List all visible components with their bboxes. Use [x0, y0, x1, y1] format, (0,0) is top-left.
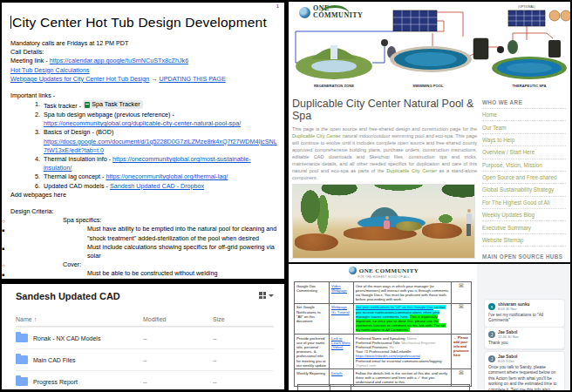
svg-text:(OPTIONAL): (OPTIONAL) — [518, 5, 535, 9]
table-row: Google Doc Commenting VideoWebpage One o… — [295, 282, 472, 304]
meeting-link-line: Meeting link - https://calendar.app.goog… — [10, 57, 277, 65]
sidebar-item-ways-to-help[interactable]: Ways to Help — [482, 134, 566, 146]
list-item: 6. Updated CAD models - Sandesh Updated … — [30, 182, 277, 191]
table-row[interactable]: Ronak - NX CAD Models ---- — [16, 327, 274, 348]
who-we-are-heading: WHO WE ARE — [482, 96, 566, 109]
avatar: J — [488, 331, 495, 338]
list-item: 3. Basics of Design - (BOD)https://docs.… — [30, 128, 277, 155]
criteria-item: Must have ability to be emptied into the… — [10, 225, 277, 242]
learn-more-link[interactable]: Link to Learn More (Video) — [331, 336, 350, 349]
add-webpages-line: Add webpages here — [10, 191, 277, 199]
sidebar-item-sitemap[interactable]: Website Sitemap — [482, 234, 566, 247]
criteria-item: Must include calculations showing specif… — [10, 243, 277, 260]
please-add-note: ← Please add your info and pronouns here — [452, 335, 472, 369]
google-sheets-icon — [85, 102, 90, 108]
palm-plant — [434, 207, 457, 226]
comment-card[interactable]: J Jae Sabol8:09 3 Dec Once you talk to S… — [484, 351, 565, 390]
svg-text:THERAPEUTIC SPA: THERAPEUTIC SPA — [512, 84, 546, 88]
design-criteria-label: Design Criteria: — [10, 207, 277, 216]
globe-icon — [349, 267, 357, 274]
sandesh-dropbox-link[interactable]: Sandesh Updated CAD - Dropbox — [110, 182, 204, 190]
important-links-label: Important links - — [10, 91, 277, 100]
rock — [295, 233, 338, 251]
pool-spa-webpage-link[interactable]: https://onecommunityglobal.org/duplicabl… — [44, 119, 277, 128]
doc-title: City Center Hot Tub Design Development — [10, 15, 277, 30]
table-row: Set Google Notifications to "All" on thi… — [295, 303, 472, 334]
notifications-link[interactable]: Get your notifications to "all" on this … — [356, 305, 433, 309]
avatar: J — [488, 355, 495, 362]
call-details-line: Call Details: — [10, 48, 277, 57]
table-header: Name ↑ Modified Size — [16, 312, 274, 327]
sidebar-item-executive-summary[interactable]: Executive Summary — [482, 221, 566, 233]
calculations-link[interactable]: Hot Tub Design Calculations — [10, 66, 90, 74]
tagline: FOR THE HIGHEST GOOD OF ALL — [294, 275, 473, 279]
hanging-vines — [314, 184, 475, 204]
dropbox-folder-title: Sandesh Updated CAD — [16, 291, 274, 301]
chevron-down-icon — [269, 294, 274, 297]
grid-view-icon — [259, 292, 266, 299]
checkbox-checked[interactable]: ☒ — [452, 303, 472, 334]
next-table-edge — [297, 384, 470, 390]
view-toggle-button[interactable] — [259, 292, 274, 299]
list-item: 5. Thermal lag concept - https://onecomm… — [30, 172, 277, 181]
details-link[interactable]: Details — [331, 371, 343, 375]
intro-paragraph: This page is the open source and free-sh… — [292, 125, 477, 181]
arrow-glyph: → — [149, 75, 159, 83]
table-row[interactable]: Main CAD Files ---- — [16, 348, 274, 370]
onboarding-doc-window: ONE COMMUNITY FOR THE HIGHEST GOOD OF AL… — [289, 264, 570, 390]
page-title: Duplicable City Center Natural Pool & Sp… — [292, 98, 477, 122]
svg-text:SWIMMING POOL: SWIMMING POOL — [412, 84, 444, 88]
comments-sidebar: s shivaram sunku8:03 30 Nov I've set my … — [477, 264, 570, 390]
cover-label: Cover: — [10, 260, 277, 269]
list-item: 1. Task tracker - Spa Task Tracker — [30, 100, 277, 111]
webpage-updates-link[interactable]: Webpage Updates for City Center Hot Tub … — [10, 75, 149, 83]
onboarding-table: Google Doc Commenting VideoWebpage One o… — [294, 281, 472, 387]
column-modified[interactable]: Modified — [143, 316, 213, 322]
sidebar-item-highest-good[interactable]: For The Highest Good of All — [482, 197, 566, 209]
mossy-stone — [396, 221, 422, 231]
svg-text:REGENERATION ZONE: REGENERATION ZONE — [314, 84, 354, 88]
bod-doc-link[interactable]: https://docs.google.com/document/d/1q522… — [44, 138, 277, 155]
sidebar-item-purpose[interactable]: Purpose, Vision, Mission — [482, 159, 566, 172]
bamboo-plants — [296, 186, 331, 237]
column-size[interactable]: Size — [213, 316, 274, 322]
sort-arrow-icon: ↑ — [34, 316, 37, 322]
checkbox-checked[interactable]: ☒ — [452, 282, 472, 304]
sidebar-item-sustainability[interactable]: Global Sustainability Strategy — [482, 184, 566, 196]
onecommunity-doc-logo: ONE COMMUNITY FOR THE HIGHEST GOOD OF AL… — [294, 267, 473, 279]
standing-person — [466, 209, 472, 239]
spa-specifics-label: Spa specifics: — [10, 216, 277, 225]
duplicable-city-center-link[interactable]: Duplicable City Center — [386, 168, 437, 173]
onecommunity-logo[interactable]: ONECOMMUNITY — [299, 5, 363, 19]
hubs-heading: MAIN OPEN SOURCE HUBS — [482, 250, 566, 262]
criteria-item: Must be able to be constructed without w… — [10, 269, 277, 278]
thermal-lag-link[interactable]: https://onecommunityglobal.org/thermal-l… — [106, 172, 228, 180]
list-item: 4. Thermal Insulation info - https://one… — [30, 155, 277, 172]
column-name[interactable]: Name ↑ — [16, 316, 143, 322]
sidebar: WHO WE ARE Home Our Team Ways to Help Ov… — [482, 96, 566, 262]
spa-task-tracker-chip[interactable]: Spa Task Tracker — [83, 100, 142, 109]
sidebar-item-home[interactable]: Home — [482, 109, 566, 121]
meeting-link[interactable]: https://calendar.app.google/tuSmNCuSTx8c… — [50, 57, 188, 64]
comment-card[interactable]: s shivaram sunku8:03 30 Nov I've set my … — [484, 299, 565, 328]
folder-icon — [16, 334, 28, 342]
duplicable-city-center-link[interactable]: Duplicable City Center — [292, 133, 341, 139]
sidebar-item-open-source[interactable]: Open Source and Free-shared — [482, 172, 566, 184]
table-row[interactable]: Progress Report ---- — [16, 370, 274, 392]
comment-card[interactable]: J Jae Sabol12:40 30 Nov Thank you — [484, 327, 565, 349]
dropbox-window: Sandesh Updated CAD Name ↑ Modified Size… — [2, 284, 284, 389]
doc-page: ONE COMMUNITY FOR THE HIGHEST GOOD OF AL… — [289, 264, 477, 390]
globe-icon — [299, 7, 310, 18]
updating-this-page-link[interactable]: UPDATING THIS PAGE — [159, 75, 225, 83]
onecommunity-webpage-window: ONECOMMUNITY REGENERATION ZONE SWIMMING … — [289, 2, 570, 262]
list-item: 2. Spa tub design webpage (previous refe… — [30, 111, 277, 128]
sidebar-item-overview[interactable]: Overview / Start Here — [482, 146, 566, 159]
tutorial-link[interactable]: G+ Tutorial — [331, 310, 350, 314]
sidebar-item-blog[interactable]: Weekly Updates Blog — [482, 209, 566, 221]
pool-photo — [292, 184, 475, 259]
folder-icon — [16, 377, 28, 386]
webpage-link[interactable]: Webpage — [331, 288, 347, 293]
sidebar-item-our-team[interactable]: Our Team — [482, 121, 566, 133]
folder-icon — [16, 355, 28, 364]
calls-line: Mandatory calls are Fridays at 12 PM PDT — [10, 39, 277, 48]
